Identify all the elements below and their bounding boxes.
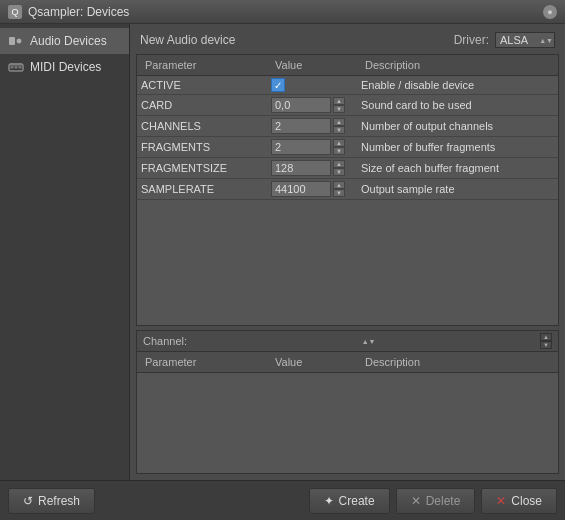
- samplerate-input[interactable]: [271, 181, 331, 197]
- desc-active: Enable / disable device: [357, 77, 558, 93]
- create-label: Create: [339, 494, 375, 508]
- sidebar-item-midi-devices[interactable]: MIDI Devices: [0, 54, 129, 80]
- fragments-spin-up[interactable]: ▲: [333, 139, 345, 147]
- col-header-parameter: Parameter: [141, 58, 271, 72]
- driver-label: Driver:: [454, 33, 489, 47]
- value-card: ▲ ▼: [267, 95, 357, 115]
- svg-rect-5: [15, 64, 17, 68]
- value-fragmentsize: ▲ ▼: [267, 158, 357, 178]
- bottom-bar: ↺ Refresh ✦ Create ✕ Delete ✕ Close: [0, 480, 565, 520]
- value-fragments: ▲ ▼: [267, 137, 357, 157]
- app-icon: Q: [8, 5, 22, 19]
- channel-section: Channel: ▲ ▼ Parameter Value Description: [136, 330, 559, 474]
- channel-table-header: Parameter Value Description: [137, 352, 558, 373]
- card-input[interactable]: [271, 97, 331, 113]
- create-button[interactable]: ✦ Create: [309, 488, 390, 514]
- param-active: ACTIVE: [137, 77, 267, 93]
- desc-samplerate: Output sample rate: [357, 181, 558, 197]
- fragmentsize-spin: ▲ ▼: [333, 160, 345, 176]
- param-fragments: FRAGMENTS: [137, 139, 267, 155]
- samplerate-spin-down[interactable]: ▼: [333, 189, 345, 197]
- samplerate-spin-up[interactable]: ▲: [333, 181, 345, 189]
- card-spin: ▲ ▼: [333, 97, 345, 113]
- channel-label: Channel:: [143, 335, 187, 347]
- channels-spin-up[interactable]: ▲: [333, 118, 345, 126]
- fragments-spin-down[interactable]: ▼: [333, 147, 345, 155]
- card-spin-down[interactable]: ▼: [333, 105, 345, 113]
- create-icon: ✦: [324, 494, 334, 508]
- param-card: CARD: [137, 97, 267, 113]
- device-header: New Audio device Driver: ALSA JACK: [136, 30, 559, 50]
- desc-fragmentsize: Size of each buffer fragment: [357, 160, 558, 176]
- sidebar-label-audio: Audio Devices: [30, 34, 107, 48]
- sidebar-item-audio-devices[interactable]: Audio Devices: [0, 28, 129, 54]
- window-title: Qsampler: Devices: [28, 5, 543, 19]
- table-row: FRAGMENTSIZE ▲ ▼ Size of each buffer fra…: [137, 158, 558, 179]
- driver-section: Driver: ALSA JACK: [454, 32, 555, 48]
- channels-input[interactable]: [271, 118, 331, 134]
- driver-select[interactable]: ALSA JACK: [495, 32, 555, 48]
- value-active: ✓: [267, 76, 357, 94]
- card-spin-up[interactable]: ▲: [333, 97, 345, 105]
- param-samplerate: SAMPLERATE: [137, 181, 267, 197]
- close-icon: ✕: [496, 494, 506, 508]
- svg-rect-6: [19, 64, 21, 68]
- channel-col-parameter: Parameter: [141, 355, 271, 369]
- svg-rect-4: [11, 64, 13, 68]
- col-header-value: Value: [271, 58, 361, 72]
- table-header: Parameter Value Description: [137, 55, 558, 76]
- parameters-table: Parameter Value Description ACTIVE ✓ Ena…: [136, 54, 559, 326]
- device-title: New Audio device: [140, 33, 235, 47]
- value-samplerate: ▲ ▼: [267, 179, 357, 199]
- close-label: Close: [511, 494, 542, 508]
- refresh-button[interactable]: ↺ Refresh: [8, 488, 95, 514]
- close-button[interactable]: ✕ Close: [481, 488, 557, 514]
- table-row: FRAGMENTS ▲ ▼ Number of buffer fragments: [137, 137, 558, 158]
- col-header-description: Description: [361, 58, 554, 72]
- fragmentsize-spin-down[interactable]: ▼: [333, 168, 345, 176]
- table-row: ACTIVE ✓ Enable / disable device: [137, 76, 558, 95]
- table-row: SAMPLERATE ▲ ▼ Output sample rate: [137, 179, 558, 200]
- channel-header: Channel: ▲ ▼: [137, 331, 558, 352]
- active-checkbox[interactable]: ✓: [271, 78, 285, 92]
- sidebar-label-midi: MIDI Devices: [30, 60, 101, 74]
- table-row: CARD ▲ ▼ Sound card to be used: [137, 95, 558, 116]
- svg-rect-0: [9, 37, 15, 45]
- channels-spin: ▲ ▼: [333, 118, 345, 134]
- delete-button[interactable]: ✕ Delete: [396, 488, 476, 514]
- desc-card: Sound card to be used: [357, 97, 558, 113]
- midi-icon: [8, 59, 24, 75]
- refresh-icon: ↺: [23, 494, 33, 508]
- param-channels: CHANNELS: [137, 118, 267, 134]
- table-empty-space: [137, 200, 558, 230]
- fragmentsize-spin-up[interactable]: ▲: [333, 160, 345, 168]
- main-layout: Audio Devices MIDI Devices New Audio dev…: [0, 24, 565, 480]
- fragmentsize-input[interactable]: [271, 160, 331, 176]
- channel-col-value: Value: [271, 355, 361, 369]
- audio-icon: [8, 33, 24, 49]
- desc-fragments: Number of buffer fragments: [357, 139, 558, 155]
- window-close-button[interactable]: ●: [543, 5, 557, 19]
- channels-spin-down[interactable]: ▼: [333, 126, 345, 134]
- samplerate-spin: ▲ ▼: [333, 181, 345, 197]
- content-area: New Audio device Driver: ALSA JACK Param…: [130, 24, 565, 480]
- title-bar: Q Qsampler: Devices ●: [0, 0, 565, 24]
- fragments-spin: ▲ ▼: [333, 139, 345, 155]
- channel-select[interactable]: [348, 335, 378, 347]
- delete-icon: ✕: [411, 494, 421, 508]
- param-fragmentsize: FRAGMENTSIZE: [137, 160, 267, 176]
- fragments-input[interactable]: [271, 139, 331, 155]
- desc-channels: Number of output channels: [357, 118, 558, 134]
- table-row: CHANNELS ▲ ▼ Number of output channels: [137, 116, 558, 137]
- channel-spin-down[interactable]: ▼: [540, 341, 552, 349]
- delete-label: Delete: [426, 494, 461, 508]
- value-channels: ▲ ▼: [267, 116, 357, 136]
- channel-select-wrapper: [348, 334, 378, 348]
- channel-col-description: Description: [361, 355, 554, 369]
- refresh-label: Refresh: [38, 494, 80, 508]
- driver-select-wrapper: ALSA JACK: [495, 32, 555, 48]
- sidebar: Audio Devices MIDI Devices: [0, 24, 130, 480]
- channel-empty-area: [137, 373, 558, 473]
- channel-spin-up[interactable]: ▲: [540, 333, 552, 341]
